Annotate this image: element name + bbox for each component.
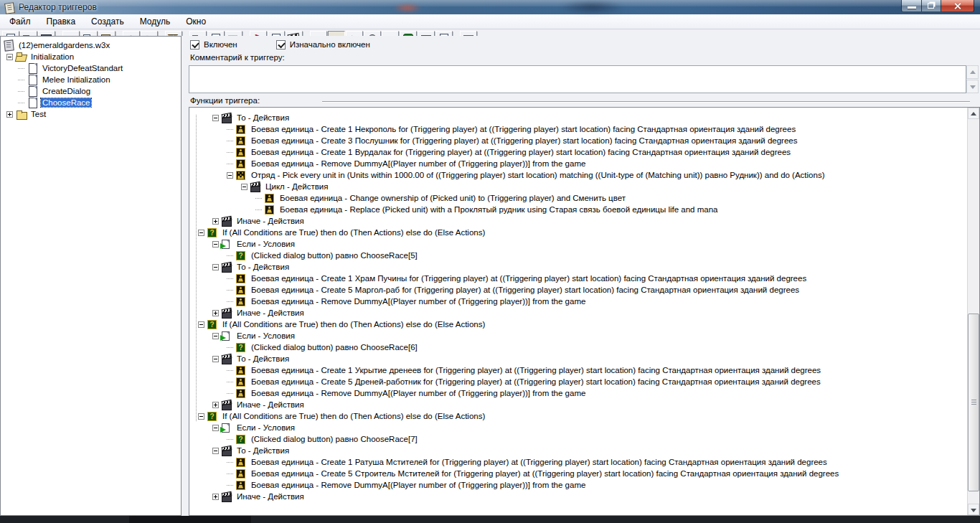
function-row[interactable]: Если - Условия (189, 238, 967, 250)
expand-toggle[interactable] (212, 448, 219, 454)
expand-toggle[interactable] (227, 439, 233, 440)
expand-toggle[interactable] (6, 111, 13, 118)
function-row[interactable]: Иначе - Действия (189, 307, 967, 319)
function-row[interactable]: Цикл - Действия (189, 181, 967, 192)
expand-toggle[interactable] (241, 184, 248, 190)
scrollbar-thumb[interactable] (968, 314, 979, 491)
menu-window[interactable]: Окно (178, 14, 214, 29)
function-row[interactable]: Если - Условия (189, 422, 967, 433)
function-row[interactable]: (Clicked dialog button) равно ChooseRace… (189, 250, 967, 261)
expand-toggle[interactable] (198, 230, 204, 236)
expand-toggle[interactable] (18, 80, 24, 80)
close-button[interactable] (941, 0, 974, 12)
function-row[interactable]: Боевая единица - Change ownership of (Pi… (189, 192, 967, 204)
function-row[interactable]: Боевая единица - Create 1 Вурдалак for (… (189, 146, 967, 158)
function-row[interactable]: Иначе - Действия (189, 491, 967, 502)
expand-toggle[interactable] (227, 473, 233, 474)
expand-toggle[interactable] (227, 278, 233, 279)
menu-module[interactable]: Модуль (132, 14, 179, 29)
expand-toggle[interactable] (227, 462, 233, 463)
function-row[interactable]: Боевая единица - Remove DummyA[(Player n… (189, 479, 967, 491)
function-row[interactable]: Иначе - Действия (189, 399, 967, 410)
menu-edit[interactable]: Правка (39, 14, 84, 29)
function-row[interactable]: Боевая единица - Replace (Picked unit) w… (189, 204, 967, 215)
scroll-down-button[interactable] (966, 80, 979, 93)
trigger-createdialog[interactable]: CreateDialog (1, 85, 181, 97)
expand-toggle[interactable] (227, 347, 233, 348)
menu-create[interactable]: Создать (83, 14, 132, 29)
function-row[interactable]: Иначе - Действия (189, 215, 967, 227)
function-row[interactable]: То - Действия (189, 353, 967, 364)
category-test[interactable]: Test (1, 108, 181, 120)
function-row[interactable]: (Clicked dialog button) равно ChooseRace… (189, 433, 967, 445)
expand-toggle[interactable] (18, 68, 24, 69)
function-row[interactable]: Боевая единица - Create 1 Ратуша Мстител… (189, 456, 967, 468)
window-icon[interactable] (4, 2, 15, 13)
function-row[interactable]: Боевая единица - Create 3 Послушник for … (189, 135, 967, 146)
function-row[interactable]: Боевая единица - Remove DummyA[(Player n… (189, 387, 967, 399)
expand-toggle[interactable] (227, 382, 233, 382)
function-row[interactable]: (Clicked dialog button) равно ChooseRace… (189, 341, 967, 353)
expand-toggle[interactable] (212, 310, 219, 316)
function-row[interactable]: Боевая единица - Create 1 Некрополь for … (189, 123, 967, 135)
expand-toggle[interactable] (227, 164, 233, 164)
function-row[interactable]: Если - Условия (189, 330, 967, 341)
expand-toggle[interactable] (212, 356, 219, 362)
expand-toggle[interactable] (227, 141, 233, 141)
expand-toggle[interactable] (6, 54, 13, 60)
expand-toggle[interactable] (212, 115, 219, 121)
enabled-checkbox-group[interactable]: Включен (190, 40, 237, 50)
function-row[interactable]: Боевая единица - Create 1 Укрытие дренее… (189, 364, 967, 376)
maximize-button[interactable] (922, 0, 941, 12)
expand-toggle[interactable] (227, 152, 233, 153)
expand-toggle[interactable] (227, 301, 233, 302)
scroll-up-button[interactable] (968, 108, 979, 119)
expand-toggle[interactable] (18, 91, 24, 92)
function-row[interactable]: Боевая единица - Create 1 Храм Пучины fo… (189, 273, 967, 284)
function-row[interactable]: Боевая единица - Remove DummyA[(Player n… (189, 296, 967, 307)
function-row[interactable]: То - Действия (189, 112, 967, 123)
enabled-checkbox[interactable] (190, 40, 199, 50)
expand-toggle[interactable] (227, 255, 233, 256)
expand-toggle[interactable] (227, 129, 233, 130)
expand-toggle[interactable] (198, 413, 204, 420)
expand-toggle[interactable] (212, 218, 219, 225)
expand-toggle[interactable] (212, 264, 219, 270)
expand-toggle[interactable] (212, 425, 219, 431)
function-row[interactable]: If (All Conditions are True) then do (Th… (189, 410, 967, 422)
function-row[interactable]: Боевая единица - Create 5 Дреней-работни… (189, 376, 967, 387)
scroll-down-button[interactable] (968, 504, 979, 515)
function-row[interactable]: Отряд - Pick every unit in (Units within… (189, 169, 967, 181)
function-row[interactable]: If (All Conditions are True) then do (Th… (189, 319, 967, 330)
function-row[interactable]: То - Действия (189, 261, 967, 273)
menu-file[interactable]: Файл (1, 14, 39, 29)
map-root-item[interactable]: (12)emeraldgardens.w3x (1, 39, 181, 51)
function-row[interactable]: If (All Conditions are True) then do (Th… (189, 227, 967, 238)
expand-toggle[interactable] (227, 393, 233, 394)
function-row[interactable]: Боевая единица - Create 5 Строитель Мсти… (189, 468, 967, 479)
category-initialization[interactable]: Initialization (1, 51, 181, 62)
function-row[interactable]: Боевая единица - Remove DummyA[(Player n… (189, 158, 967, 169)
comment-input[interactable] (189, 65, 966, 93)
expand-toggle[interactable] (227, 370, 233, 371)
expand-toggle[interactable] (212, 402, 219, 408)
expand-toggle[interactable] (212, 241, 219, 248)
expand-toggle[interactable] (227, 485, 233, 486)
panel-splitter[interactable] (182, 36, 187, 516)
initially-on-checkbox[interactable] (276, 40, 286, 50)
expand-toggle[interactable] (18, 103, 24, 103)
trigger-melee-initialization[interactable]: Melee Initialization (1, 74, 181, 85)
trigger-chooserace[interactable]: ChooseRace (1, 97, 181, 108)
initially-on-checkbox-group[interactable]: Изначально включен (276, 40, 370, 50)
expand-toggle[interactable] (227, 290, 233, 291)
trigger-victorydefeatstandart[interactable]: VictoryDefeatStandart (1, 62, 181, 74)
expand-toggle[interactable] (198, 321, 204, 328)
function-row[interactable]: То - Действия (189, 445, 967, 456)
minimize-button[interactable] (901, 0, 922, 12)
expand-toggle[interactable] (255, 198, 262, 199)
expand-toggle[interactable] (227, 172, 233, 179)
expand-toggle[interactable] (212, 494, 219, 500)
scroll-up-button[interactable] (966, 65, 979, 79)
expand-toggle[interactable] (255, 209, 262, 210)
function-row[interactable]: Боевая единица - Create 5 Маргол-раб for… (189, 284, 967, 296)
